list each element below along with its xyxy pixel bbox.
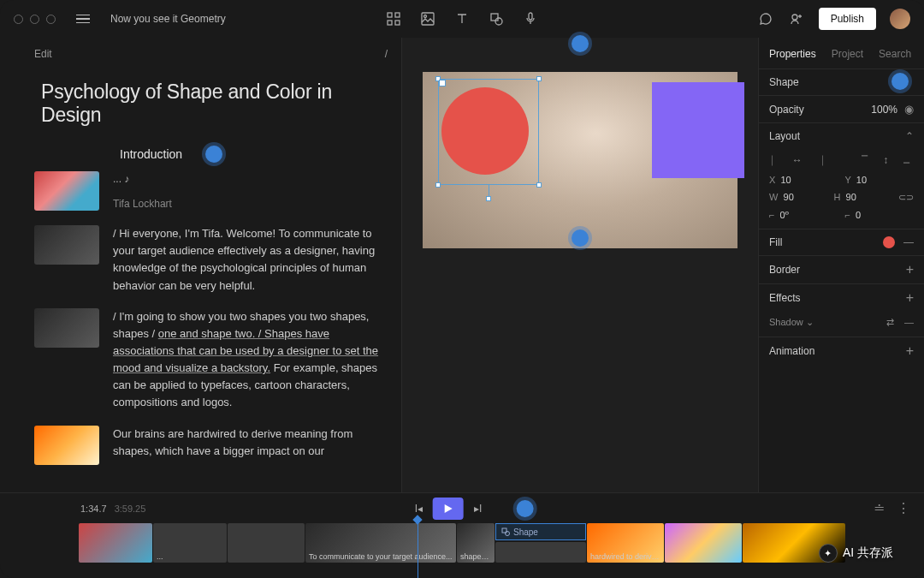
edit-label[interactable]: Edit	[34, 48, 52, 60]
y-input[interactable]: 10	[856, 175, 867, 185]
svg-point-7	[495, 18, 502, 25]
shadow-label[interactable]: Shadow ⌄	[769, 317, 814, 328]
video-canvas[interactable]	[423, 72, 737, 248]
document-title: Now you see it Geometry	[110, 13, 226, 25]
corner-input[interactable]: 0	[856, 210, 861, 220]
fill-label: Fill	[769, 236, 782, 248]
align-left-icon[interactable]: ⎸	[769, 154, 783, 166]
shape-icon[interactable]	[488, 10, 505, 27]
shadow-settings-icon[interactable]: ⇄	[886, 317, 894, 328]
selection-box[interactable]	[438, 79, 539, 185]
timeline-clip[interactable]	[495, 542, 586, 563]
align-center-v-icon[interactable]: ↕	[879, 154, 892, 166]
playhead[interactable]	[418, 520, 418, 578]
align-bottom-icon[interactable]: ⎽	[900, 154, 914, 166]
add-animation-icon[interactable]: +	[906, 344, 914, 358]
transcript-paragraph[interactable]: Our brains are hardwired to derive meani…	[113, 426, 388, 465]
opacity-label: Opacity	[769, 104, 804, 116]
align-center-h-icon[interactable]: ↔	[791, 154, 804, 166]
svg-rect-6	[491, 14, 498, 21]
speaker-name: Tifa Lockhart	[113, 196, 388, 212]
w-input[interactable]: 90	[784, 192, 794, 202]
more-menu-icon[interactable]: ⋮	[897, 500, 910, 516]
user-avatar[interactable]	[890, 9, 910, 29]
window-controls[interactable]	[14, 15, 56, 24]
comment-icon[interactable]	[757, 10, 774, 27]
transcript-paragraph[interactable]: / Hi everyone, I'm Tifa. Welcome! To com…	[113, 225, 388, 295]
text-icon[interactable]	[453, 10, 471, 27]
link-dimensions-icon[interactable]: ⊂⊃	[898, 192, 914, 203]
collab-cursor	[572, 229, 589, 247]
align-top-icon[interactable]: ⎺	[857, 154, 871, 166]
layout-label: Layout	[769, 130, 800, 142]
shape-section-label: Shape	[769, 76, 799, 88]
svg-rect-0	[388, 13, 392, 17]
remove-shadow-icon[interactable]: —	[904, 317, 914, 328]
shape-square[interactable]	[652, 82, 744, 178]
tab-project[interactable]: Project	[832, 48, 863, 60]
play-button[interactable]	[433, 498, 464, 520]
h-input[interactable]: 90	[846, 192, 856, 202]
svg-rect-3	[395, 21, 400, 25]
opacity-value[interactable]: 100%	[871, 104, 897, 116]
clip-thumbnail[interactable]	[34, 426, 99, 465]
current-time: 1:34.7	[80, 504, 107, 514]
collab-cursor	[205, 146, 222, 163]
share-icon[interactable]	[788, 10, 805, 27]
collab-cursor	[891, 73, 909, 90]
clip-thumbnail[interactable]	[34, 308, 99, 348]
tab-properties[interactable]: Properties	[769, 48, 816, 60]
border-label: Border	[769, 264, 800, 276]
transcript-ellipsis: ... ♪	[113, 171, 388, 188]
align-right-icon[interactable]: ⎹	[812, 154, 826, 166]
mic-icon[interactable]	[522, 10, 539, 27]
effects-label: Effects	[769, 292, 800, 304]
timeline-clip[interactable]: To communicate to your target audience..…	[305, 523, 456, 563]
clip-thumbnail[interactable]	[34, 171, 99, 211]
svg-rect-2	[388, 21, 392, 25]
transcript-paragraph[interactable]: / I'm going to show you two shapes you t…	[113, 308, 388, 412]
svg-rect-4	[422, 13, 434, 25]
grid-icon[interactable]	[385, 10, 402, 27]
remove-fill-icon[interactable]: —	[903, 236, 914, 248]
watermark: ✦ AI 共存派	[819, 544, 893, 563]
collab-cursor	[572, 35, 589, 52]
timeline-clip[interactable]: ...	[153, 523, 227, 563]
x-input[interactable]: 10	[780, 175, 791, 185]
svg-point-5	[424, 15, 427, 18]
page-title: Psychology of Shape and Color in Design	[41, 80, 388, 127]
publish-button[interactable]: Publish	[819, 8, 876, 30]
next-frame-icon[interactable]: ▸I	[474, 503, 482, 515]
visibility-toggle-icon[interactable]: ◉	[904, 103, 914, 116]
timeline-shape-clip[interactable]: Shape	[495, 523, 586, 540]
timeline-clip[interactable]	[79, 523, 152, 563]
animation-label: Animation	[769, 345, 814, 357]
add-border-icon[interactable]: +	[906, 263, 914, 277]
timeline-clip[interactable]: hardwired to derive meaning from shapes,…	[587, 523, 664, 563]
image-icon[interactable]	[419, 10, 436, 27]
svg-point-11	[506, 532, 510, 536]
rotation-input[interactable]: 0º	[780, 210, 789, 220]
section-heading: Introduction	[120, 147, 388, 161]
timeline-clip[interactable]	[665, 523, 742, 563]
chevron-up-icon[interactable]: ⌃	[905, 130, 914, 142]
svg-point-9	[792, 15, 797, 20]
timeline-clip[interactable]	[228, 523, 305, 563]
timeline-view-icon[interactable]: ≐	[874, 500, 885, 516]
clip-thumbnail[interactable]	[34, 225, 99, 265]
tab-search[interactable]: Search	[879, 48, 911, 60]
svg-rect-1	[395, 13, 400, 17]
prev-frame-icon[interactable]: I◂	[415, 503, 423, 515]
slash-label: /	[385, 48, 388, 60]
add-effect-icon[interactable]: +	[906, 291, 914, 305]
total-duration: 3:59.25	[115, 504, 146, 514]
timeline-clip[interactable]: shapes one and shape two....	[457, 523, 495, 563]
fill-swatch[interactable]	[883, 236, 895, 248]
collab-cursor	[516, 500, 533, 517]
svg-rect-8	[529, 13, 532, 20]
menu-button[interactable]	[76, 15, 90, 24]
